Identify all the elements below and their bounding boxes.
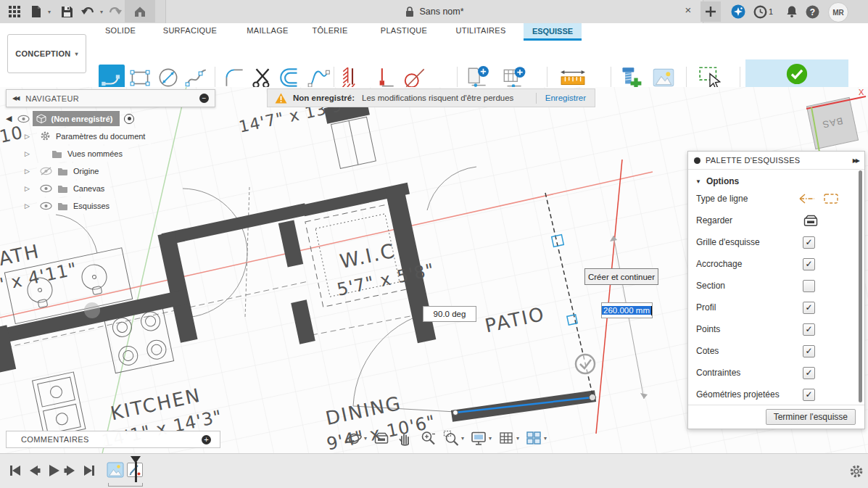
palette-scrollbar[interactable] bbox=[859, 170, 862, 402]
expand-arrow-icon[interactable]: ◀ bbox=[6, 114, 12, 123]
timeline-skip-start-button[interactable] bbox=[6, 462, 23, 479]
palette-header[interactable]: PALETTE D'ESQUISSES ▶▶ bbox=[688, 152, 864, 170]
length-input[interactable]: 260.000 mm bbox=[601, 302, 653, 318]
expand-arrow-icon[interactable]: ▷ bbox=[25, 133, 30, 140]
navigator-item-parametres[interactable]: ▷ Paramètres du document bbox=[25, 128, 151, 144]
navigator-item-vues[interactable]: ▷ Vues nommées bbox=[25, 145, 128, 162]
undo-caret[interactable]: ▾ bbox=[94, 4, 109, 19]
look-at-tool[interactable] bbox=[373, 430, 390, 446]
eye-icon[interactable] bbox=[17, 115, 30, 123]
centerline-icon[interactable] bbox=[797, 191, 816, 207]
collapse-panel-icon[interactable]: ◀◀ bbox=[12, 95, 18, 102]
home-view-button[interactable] bbox=[125, 0, 155, 22]
zoom-window-tool[interactable]: ▾ bbox=[442, 429, 464, 447]
expand-arrow-icon[interactable]: ▷ bbox=[25, 168, 30, 175]
tab-solide[interactable]: SOLIDE bbox=[105, 26, 136, 35]
warning-title: Non enregistré: bbox=[293, 94, 355, 102]
file-menu-caret[interactable]: ▾ bbox=[42, 4, 57, 19]
timeline-settings-gear-icon[interactable] bbox=[848, 463, 864, 479]
avatar[interactable]: MR bbox=[828, 2, 848, 22]
hide-panel-icon[interactable]: − bbox=[199, 94, 209, 103]
navigator-item-origine[interactable]: ▷ Origine bbox=[25, 162, 104, 179]
display-settings-tool[interactable]: ▾ bbox=[470, 429, 492, 447]
timeline-group-bracket bbox=[108, 483, 143, 487]
eye-icon[interactable] bbox=[40, 202, 52, 210]
checkbox-section[interactable] bbox=[803, 280, 815, 292]
row-geometries: Géométries projetées✓ bbox=[688, 384, 864, 405]
viewports-icon bbox=[525, 429, 542, 447]
add-comment-icon[interactable]: + bbox=[202, 435, 211, 444]
grid-settings-tool[interactable]: ▾ bbox=[497, 429, 519, 447]
eye-off-icon[interactable] bbox=[40, 167, 52, 175]
sketch-palette: PALETTE D'ESQUISSES ▶▶ ▼ Options Type de… bbox=[687, 151, 865, 429]
help-icon[interactable]: ? bbox=[805, 4, 819, 19]
timeline-canvas-feature[interactable] bbox=[107, 462, 124, 478]
palette-options-section[interactable]: ▼ Options bbox=[688, 170, 864, 188]
viewports-tool[interactable]: ▾ bbox=[525, 429, 547, 447]
job-status-count: 1 bbox=[767, 4, 774, 19]
zoom-tool[interactable] bbox=[419, 429, 437, 447]
navigator-item-esquisses[interactable]: ▷ Esquisses bbox=[25, 197, 115, 214]
sketch-endpoint[interactable] bbox=[590, 394, 596, 401]
unsaved-warning-bar: Non enregistré: Les modifications risque… bbox=[267, 88, 595, 107]
tab-esquisse-active[interactable]: ESQUISSE bbox=[524, 23, 582, 41]
undo-icon[interactable] bbox=[81, 4, 96, 19]
workspace-selector[interactable]: CONCEPTION▾ bbox=[7, 34, 86, 73]
tab-maillage[interactable]: MAILLAGE bbox=[247, 26, 288, 35]
pan-tool[interactable] bbox=[396, 429, 413, 447]
checkbox-profil[interactable]: ✓ bbox=[803, 302, 815, 314]
timeline-step-forward-button[interactable] bbox=[62, 462, 80, 479]
orbit-tool[interactable]: ▾ bbox=[345, 429, 367, 447]
document-tab[interactable]: Sans nom* × bbox=[165, 0, 703, 23]
close-tab-icon[interactable]: × bbox=[681, 4, 695, 16]
save-link[interactable]: Enregistrer bbox=[545, 94, 586, 102]
sketch-endpoint[interactable] bbox=[453, 410, 458, 415]
construction-line-icon[interactable] bbox=[822, 191, 840, 207]
checkbox-cotes[interactable]: ✓ bbox=[803, 345, 815, 357]
timeline-step-back-button[interactable] bbox=[25, 462, 42, 479]
row-profil: Profil✓ bbox=[688, 297, 864, 318]
tab-plastique[interactable]: PLASTIQUE bbox=[381, 26, 427, 35]
finish-sketch-palette-button[interactable]: Terminer l'esquisse bbox=[766, 409, 856, 425]
navigator-root-item[interactable]: ◀ (Non enregistré) bbox=[6, 110, 134, 127]
timeline-marker-stem[interactable] bbox=[135, 462, 137, 482]
tab-surfacique[interactable]: SURFACIQUE bbox=[163, 26, 218, 35]
title-bar: ▾ ▾ ▾ Sans nom* × 1 ? MR bbox=[0, 0, 868, 24]
checkbox-contraintes[interactable]: ✓ bbox=[803, 367, 815, 379]
look-at-icon[interactable] bbox=[803, 214, 819, 227]
checkbox-grille[interactable]: ✓ bbox=[803, 236, 815, 249]
comments-bar[interactable]: COMMENTAIRES + bbox=[6, 431, 220, 448]
timeline-play-button[interactable] bbox=[44, 462, 61, 479]
navigator-header[interactable]: ◀◀ NAVIGATEUR − bbox=[6, 89, 215, 107]
collapse-right-icon[interactable]: ▶▶ bbox=[853, 157, 859, 164]
angle-input[interactable]: 90.0 deg bbox=[423, 306, 476, 322]
save-icon[interactable] bbox=[59, 4, 74, 19]
file-menu-icon[interactable] bbox=[29, 4, 44, 19]
new-tab-button[interactable] bbox=[700, 1, 721, 22]
lock-icon bbox=[405, 6, 415, 17]
folder-icon bbox=[57, 184, 68, 193]
checkbox-geometries[interactable]: ✓ bbox=[803, 389, 815, 401]
tab-tolerie[interactable]: TÔLERIE bbox=[312, 26, 347, 35]
root-document-chip[interactable]: (Non enregistré) bbox=[33, 111, 120, 126]
checkbox-points[interactable]: ✓ bbox=[803, 323, 815, 336]
checkbox-accrochage[interactable]: ✓ bbox=[803, 258, 815, 270]
expand-arrow-icon[interactable]: ▷ bbox=[25, 150, 30, 157]
timeline-skip-end-button[interactable] bbox=[81, 462, 99, 479]
tooltip-creer-et-continuer: Créer et continuer bbox=[584, 268, 658, 285]
palette-dot-icon[interactable] bbox=[694, 157, 700, 164]
tab-utilitaires[interactable]: UTILITAIRES bbox=[455, 26, 505, 35]
origin-point[interactable] bbox=[84, 302, 100, 318]
gear-icon bbox=[40, 131, 51, 141]
extensions-icon[interactable] bbox=[731, 4, 745, 19]
notifications-bell-icon[interactable] bbox=[785, 4, 799, 19]
navigator-item-canevas[interactable]: ▷ Canevas bbox=[25, 180, 110, 197]
expand-arrow-icon[interactable]: ▷ bbox=[25, 202, 30, 210]
job-status-clock-icon[interactable] bbox=[753, 4, 767, 19]
app-grid-icon[interactable] bbox=[7, 4, 22, 19]
activate-radio-icon[interactable] bbox=[124, 114, 134, 124]
expand-arrow-icon[interactable]: ▷ bbox=[25, 185, 30, 192]
section-collapse-icon[interactable]: ▼ bbox=[695, 178, 701, 185]
comments-title: COMMENTAIRES bbox=[21, 435, 89, 444]
eye-icon[interactable] bbox=[40, 184, 52, 193]
